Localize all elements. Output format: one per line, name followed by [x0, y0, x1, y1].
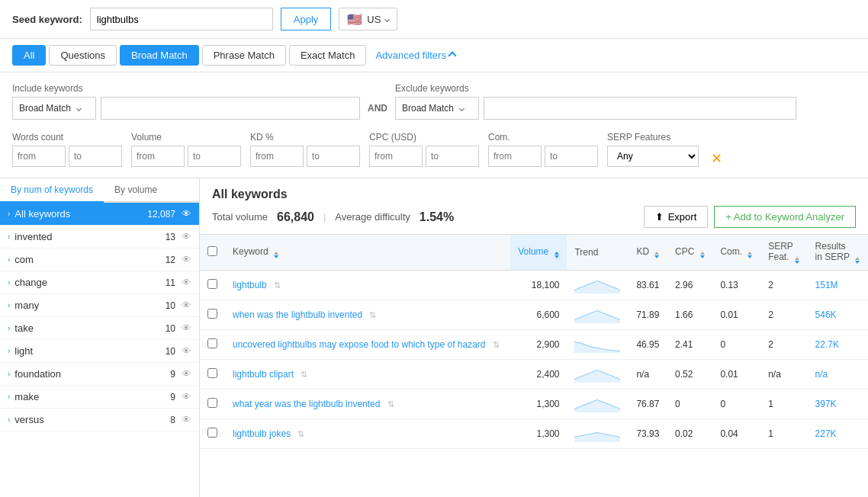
volume-cell: 1,300: [510, 419, 567, 449]
select-all-checkbox[interactable]: [207, 246, 217, 256]
keyword-col-header[interactable]: Keyword: [225, 235, 510, 271]
sidebar-item-count: 10: [166, 346, 175, 357]
serp-feat-col-header[interactable]: SERPFeat.: [760, 235, 807, 271]
keyword-link[interactable]: lightbulb jokes: [233, 428, 291, 439]
eye-icon[interactable]: 👁: [182, 208, 191, 220]
serp-features-select[interactable]: Any: [607, 146, 699, 167]
country-select[interactable]: 🇺🇸 US: [339, 8, 397, 30]
volume-cell: 1,300: [510, 390, 567, 419]
row-checkbox[interactable]: [207, 279, 217, 289]
apply-button[interactable]: Apply: [281, 8, 332, 30]
com-col-header[interactable]: Com.: [712, 235, 760, 271]
sidebar-item[interactable]: › make 9 👁: [0, 386, 199, 409]
filter-icon[interactable]: ⇅: [301, 370, 307, 379]
eye-icon[interactable]: 👁: [182, 414, 191, 425]
exclude-match-select[interactable]: Broad Match: [395, 97, 479, 120]
row-checkbox-cell[interactable]: [200, 419, 225, 449]
keyword-link[interactable]: uncovered lightbulbs may expose food to …: [233, 339, 486, 350]
row-checkbox-cell[interactable]: [200, 271, 225, 300]
volume-from[interactable]: [131, 146, 185, 167]
keyword-link[interactable]: what year was the lightbulb invented: [233, 399, 380, 409]
sidebar-item[interactable]: › invented 13 👁: [0, 226, 199, 248]
clear-filters-button[interactable]: ✕: [708, 150, 725, 167]
tab-all[interactable]: All: [12, 45, 46, 66]
com-to[interactable]: [545, 146, 598, 167]
sidebar-item[interactable]: › light 10 👁: [0, 340, 199, 363]
results-link[interactable]: 151M: [815, 280, 838, 290]
sidebar-item[interactable]: › com 12 👁: [0, 248, 199, 271]
cpc-col-header[interactable]: CPC: [667, 235, 712, 271]
export-button[interactable]: ⬆ Export: [644, 206, 709, 228]
sidebar-item[interactable]: › All keywords 12,087 👁: [0, 203, 199, 226]
com-from[interactable]: [488, 146, 542, 167]
results-link[interactable]: 546K: [815, 309, 837, 320]
words-count-from[interactable]: [12, 146, 66, 167]
sidebar-item[interactable]: › many 10 👁: [0, 294, 199, 317]
sidebar-item[interactable]: › change 11 👁: [0, 271, 199, 294]
filter-icon[interactable]: ⇅: [387, 399, 394, 409]
volume-to[interactable]: [188, 146, 241, 167]
row-checkbox-cell[interactable]: [200, 330, 225, 360]
sidebar-tab-by-num[interactable]: By num of keywords: [0, 178, 104, 203]
sidebar-item[interactable]: › take 10 👁: [0, 317, 199, 340]
results-col-header[interactable]: Resultsin SERP: [808, 235, 868, 271]
cpc-from[interactable]: [369, 146, 423, 167]
include-keywords-input[interactable]: [101, 97, 360, 120]
kd-from[interactable]: [250, 146, 304, 167]
tab-broad-match[interactable]: Broad Match: [120, 45, 199, 66]
kd-cell: 83.61: [628, 271, 667, 300]
advanced-filters-toggle[interactable]: Advanced filters: [375, 50, 455, 61]
row-checkbox-cell[interactable]: [200, 360, 225, 390]
eye-icon[interactable]: 👁: [182, 300, 191, 311]
words-count-to[interactable]: [69, 146, 122, 167]
row-checkbox[interactable]: [207, 368, 217, 378]
cpc-to[interactable]: [426, 146, 479, 167]
tab-questions[interactable]: Questions: [49, 45, 117, 66]
sidebar-list: › All keywords 12,087 👁 › invented 13 👁 …: [0, 203, 199, 497]
tab-phrase-match[interactable]: Phrase Match: [202, 45, 286, 66]
add-to-keyword-analyzer-button[interactable]: + Add to Keyword Analyzer: [714, 206, 856, 228]
include-match-select[interactable]: Broad Match: [12, 97, 96, 120]
cpc-cell: 0.52: [667, 360, 712, 390]
keyword-link[interactable]: lightbulb clipart: [233, 369, 294, 380]
filter-icon[interactable]: ⇅: [297, 429, 304, 438]
filter-icon[interactable]: ⇅: [369, 310, 376, 319]
volume-col-header[interactable]: Volume: [510, 235, 567, 271]
eye-icon[interactable]: 👁: [182, 277, 191, 288]
volume-cell: 18,100: [510, 271, 567, 300]
com-filter: Com.: [488, 132, 598, 167]
serp-feat-cell: 2: [760, 330, 807, 360]
tab-exact-match[interactable]: Exact Match: [289, 45, 367, 66]
select-all-header[interactable]: [200, 235, 225, 271]
eye-icon[interactable]: 👁: [182, 254, 191, 265]
results-link[interactable]: 22.7K: [815, 339, 839, 350]
chevron-right-icon: ›: [8, 393, 10, 401]
kd-col-header[interactable]: KD: [628, 235, 667, 271]
keyword-link[interactable]: lightbulb: [233, 280, 267, 290]
sidebar-item[interactable]: › foundation 9 👁: [0, 363, 199, 386]
eye-icon[interactable]: 👁: [182, 322, 191, 334]
table-row: what year was the lightbulb invented ⇅ 1…: [200, 390, 868, 419]
sidebar-item-name: many: [14, 300, 165, 311]
row-checkbox[interactable]: [207, 428, 217, 438]
eye-icon[interactable]: 👁: [182, 368, 191, 380]
results-link[interactable]: 397K: [815, 399, 837, 409]
row-checkbox[interactable]: [207, 398, 217, 408]
exclude-keywords-input[interactable]: [484, 97, 796, 120]
sidebar-item[interactable]: › versus 8 👁: [0, 409, 199, 431]
row-checkbox-cell[interactable]: [200, 390, 225, 419]
results-link[interactable]: n/a: [815, 369, 828, 380]
filter-icon[interactable]: ⇅: [274, 281, 281, 290]
row-checkbox-cell[interactable]: [200, 300, 225, 330]
filter-icon[interactable]: ⇅: [493, 340, 500, 349]
eye-icon[interactable]: 👁: [182, 391, 191, 402]
sidebar-tab-by-volume[interactable]: By volume: [104, 178, 168, 203]
kd-to[interactable]: [307, 146, 360, 167]
eye-icon[interactable]: 👁: [182, 345, 191, 357]
results-link[interactable]: 227K: [815, 428, 837, 439]
eye-icon[interactable]: 👁: [182, 231, 191, 242]
row-checkbox[interactable]: [207, 338, 217, 348]
row-checkbox[interactable]: [207, 309, 217, 319]
seed-keyword-input[interactable]: [90, 8, 273, 30]
keyword-link[interactable]: when was the lightbulb invented: [233, 309, 362, 320]
